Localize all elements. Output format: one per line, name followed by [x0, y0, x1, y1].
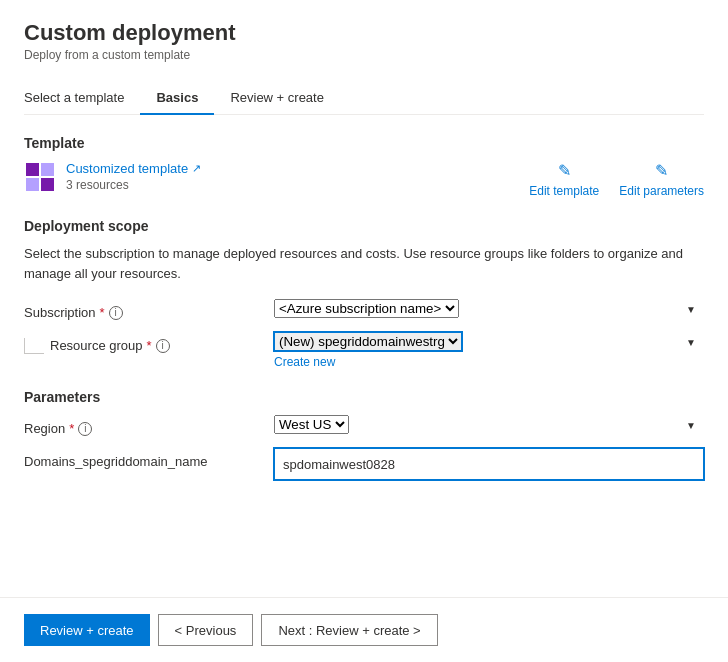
template-left: Customized template ↗ 3 resources [24, 161, 201, 193]
parameters-heading: Parameters [24, 389, 704, 405]
tab-bar: Select a template Basics Review + create [24, 82, 704, 115]
external-link-icon: ↗ [192, 162, 201, 175]
page-subtitle: Deploy from a custom template [24, 48, 704, 62]
parameters-section: Parameters Region * i West US ▼ [24, 389, 704, 480]
template-mosaic-icon [24, 161, 56, 193]
subscription-field: Subscription * i <Azure subscription nam… [24, 299, 704, 320]
region-dropdown-wrapper: West US ▼ [274, 415, 704, 434]
subscription-info-icon[interactable]: i [109, 306, 123, 320]
indent-line [24, 338, 44, 354]
resource-group-info-icon[interactable]: i [156, 339, 170, 353]
resource-group-dropdown-wrapper: (New) spegriddomainwestrg ▼ [274, 332, 704, 351]
pencil-icon-template: ✎ [558, 161, 571, 180]
template-name-link[interactable]: Customized template ↗ [66, 161, 201, 176]
review-create-button[interactable]: Review + create [24, 614, 150, 646]
pencil-icon-parameters: ✎ [655, 161, 668, 180]
create-new-link[interactable]: Create new [274, 355, 335, 369]
subscription-dropdown-wrapper: <Azure subscription name> ▼ [274, 299, 704, 318]
subscription-required: * [100, 305, 105, 320]
resource-group-required: * [147, 338, 152, 353]
resource-group-dropdown-arrow: ▼ [686, 336, 696, 347]
template-resources: 3 resources [66, 178, 201, 192]
main-content: Custom deployment Deploy from a custom t… [0, 0, 728, 597]
region-dropdown-arrow: ▼ [686, 419, 696, 430]
domains-label: Domains_spegriddomain_name [24, 454, 274, 469]
region-dropdown[interactable]: West US [274, 415, 349, 434]
subscription-dropdown-arrow: ▼ [686, 303, 696, 314]
deployment-scope-description: Select the subscription to manage deploy… [24, 244, 704, 283]
template-info: Customized template ↗ 3 resources [66, 161, 201, 192]
deployment-scope-section: Deployment scope Select the subscription… [24, 218, 704, 369]
tab-review-create[interactable]: Review + create [214, 82, 340, 115]
footer: Review + create < Previous Next : Review… [0, 597, 728, 662]
deployment-scope-heading: Deployment scope [24, 218, 704, 234]
domains-field: Domains_spegriddomain_name [24, 448, 704, 480]
resource-group-row: Resource group * i (New) spegriddomainwe… [24, 332, 704, 369]
resource-group-dropdown[interactable]: (New) spegriddomainwestrg [274, 332, 462, 351]
template-row: Customized template ↗ 3 resources ✎ Edit… [24, 161, 704, 198]
resource-group-label: Resource group * i [50, 338, 170, 353]
domains-input[interactable] [274, 448, 704, 480]
tab-select-template[interactable]: Select a template [24, 82, 140, 115]
edit-template-button[interactable]: ✎ Edit template [529, 161, 599, 198]
subscription-dropdown[interactable]: <Azure subscription name> [274, 299, 459, 318]
next-button[interactable]: Next : Review + create > [261, 614, 437, 646]
tab-basics[interactable]: Basics [140, 82, 214, 115]
template-actions: ✎ Edit template ✎ Edit parameters [529, 161, 704, 198]
page-container: Custom deployment Deploy from a custom t… [0, 0, 728, 662]
region-info-icon[interactable]: i [78, 422, 92, 436]
subscription-label: Subscription * i [24, 305, 274, 320]
template-heading: Template [24, 135, 704, 151]
edit-parameters-button[interactable]: ✎ Edit parameters [619, 161, 704, 198]
previous-button[interactable]: < Previous [158, 614, 254, 646]
region-required: * [69, 421, 74, 436]
region-label: Region * i [24, 421, 274, 436]
region-field: Region * i West US ▼ [24, 415, 704, 436]
page-title: Custom deployment [24, 20, 704, 46]
template-section: Template Customized template [24, 135, 704, 198]
